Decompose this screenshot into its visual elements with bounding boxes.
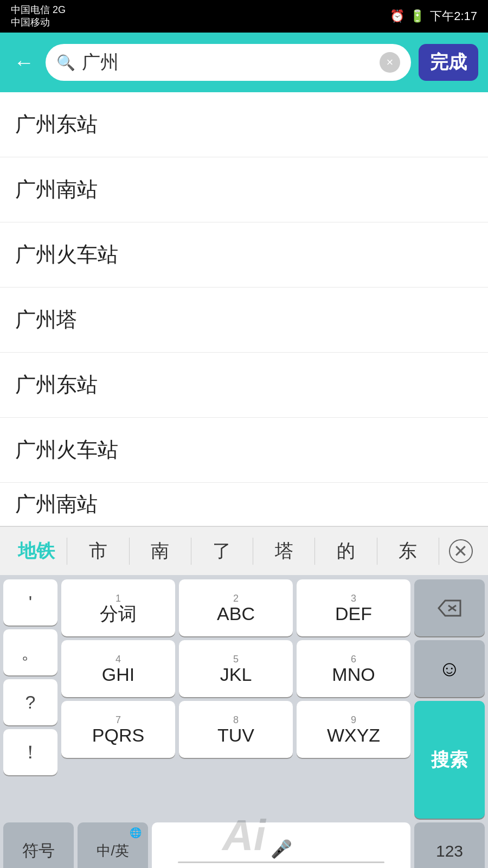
battery-icon: 🔋 (410, 9, 425, 23)
key-main-jkl: JKL (220, 665, 252, 684)
candidate-4[interactable]: 塔 (253, 527, 314, 575)
key-main-abc: ABC (217, 604, 255, 623)
key-9-wxyz[interactable]: 9 WXYZ (297, 701, 410, 758)
search-box: 🔍 广州 × (46, 44, 411, 81)
backspace-key[interactable] (414, 579, 485, 636)
key-number-1: 1 (115, 593, 121, 603)
punctuation-column: ' 。 ? ！ (3, 579, 57, 819)
results-list: 广州东站 广州南站 广州火车站 广州塔 广州东站 广州火车站 广州南站 (0, 92, 488, 526)
candidate-bar: 地铁 市 南 了 塔 的 东 ✕ (0, 526, 488, 575)
clear-icon: × (387, 55, 394, 69)
key-3-def[interactable]: 3 DEF (297, 579, 410, 636)
watermark-area: Ai (0, 803, 488, 868)
status-icons: ⏰ 🔋 下午2:17 (390, 8, 477, 24)
clear-button[interactable]: × (380, 52, 400, 73)
carrier2-label: 中国移动 (11, 16, 66, 29)
punct-key-comma[interactable]: ' (3, 579, 57, 626)
search-label: 搜索 (431, 748, 468, 773)
key-main-mno: MNO (332, 665, 375, 684)
key-7-pqrs[interactable]: 7 PQRS (61, 701, 175, 758)
punct-key-exclamation[interactable]: ！ (3, 729, 57, 775)
candidate-6[interactable]: 东 (377, 527, 439, 575)
punct-key-period[interactable]: 。 (3, 629, 57, 675)
emoji-key[interactable]: ☺ (414, 640, 485, 697)
carrier1-label: 中国电信 2G (11, 4, 66, 16)
result-item-4[interactable]: 广州东站 (0, 353, 488, 418)
key-number-9: 9 (351, 715, 356, 725)
key-1-fenci[interactable]: 1 分词 (61, 579, 175, 636)
search-input[interactable]: 广州 (82, 50, 373, 75)
backspace-icon (438, 599, 461, 617)
key-6-mno[interactable]: 6 MNO (297, 640, 410, 697)
status-bar: 中国电信 2G 中国移动 ⏰ 🔋 下午2:17 (0, 0, 488, 33)
svg-marker-0 (439, 601, 460, 616)
candidate-2[interactable]: 南 (130, 527, 191, 575)
key-main-fenci: 分词 (100, 604, 137, 623)
key-2-abc[interactable]: 2 ABC (179, 579, 293, 636)
result-item-0[interactable]: 广州东站 (0, 92, 488, 157)
key-main-ghi: GHI (102, 665, 134, 684)
back-arrow-icon: ← (14, 51, 34, 74)
search-header: ← 🔍 广州 × 完成 (0, 33, 488, 92)
search-icon: 🔍 (56, 54, 75, 72)
key-main-tuv: TUV (217, 726, 254, 744)
candidate-0[interactable]: 地铁 (5, 527, 67, 575)
key-main-def: DEF (335, 604, 372, 623)
candidate-1[interactable]: 市 (67, 527, 129, 575)
key-4-ghi[interactable]: 4 GHI (61, 640, 175, 697)
key-5-jkl[interactable]: 5 JKL (179, 640, 293, 697)
emoji-icon: ☺ (439, 656, 461, 681)
key-number-6: 6 (351, 654, 356, 664)
time-label: 下午2:17 (430, 8, 477, 24)
result-item-1[interactable]: 广州南站 (0, 157, 488, 222)
alarm-icon: ⏰ (390, 9, 404, 23)
result-item-2[interactable]: 广州火车站 (0, 222, 488, 288)
candidate-delete-icon: ✕ (449, 539, 473, 563)
watermark-text: Ai (222, 810, 266, 860)
key-main-pqrs: PQRS (92, 726, 144, 744)
key-8-tuv[interactable]: 8 TUV (179, 701, 293, 758)
key-number-7: 7 (115, 715, 121, 725)
done-label: 完成 (430, 50, 467, 75)
result-item-5[interactable]: 广州火车站 (0, 418, 488, 483)
candidate-3[interactable]: 了 (191, 527, 253, 575)
result-item-6[interactable]: 广州南站 (0, 483, 488, 526)
key-number-8: 8 (233, 715, 239, 725)
result-item-3[interactable]: 广州塔 (0, 288, 488, 353)
done-button[interactable]: 完成 (419, 44, 478, 81)
search-key[interactable]: 搜索 (414, 701, 485, 819)
punct-key-question[interactable]: ? (3, 679, 57, 725)
candidate-delete-button[interactable]: ✕ (439, 527, 483, 575)
key-number-3: 3 (351, 593, 356, 603)
key-number-5: 5 (233, 654, 239, 664)
back-button[interactable]: ← (10, 48, 38, 76)
candidate-5[interactable]: 的 (315, 527, 376, 575)
key-number-4: 4 (115, 654, 121, 664)
carrier-info: 中国电信 2G 中国移动 (11, 4, 66, 29)
key-number-2: 2 (233, 593, 239, 603)
key-main-wxyz: WXYZ (327, 726, 380, 744)
